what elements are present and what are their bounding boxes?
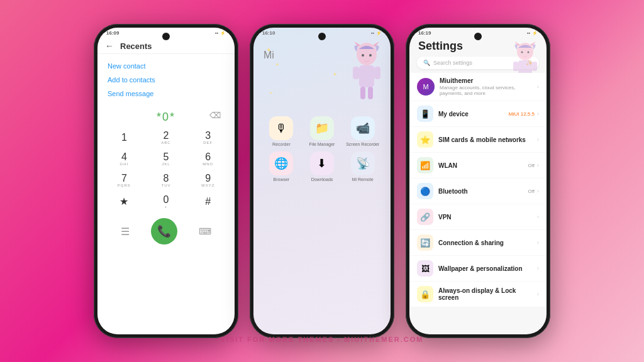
time-2: 16:10 (262, 30, 275, 36)
battery-icon-3: ⚡ (532, 31, 538, 36)
connection-icon: 🔄 (417, 234, 433, 251)
bluetooth-text: Bluetooth (438, 188, 528, 195)
account-sub: Manage accounts, cloud services, payment… (440, 85, 537, 96)
status-icons-3: ▪▪ ⚡ (527, 31, 538, 36)
dial-key-2[interactable]: 2 ABC (146, 128, 187, 148)
device-text: My device (438, 111, 509, 118)
chevron-account: › (537, 84, 539, 90)
dial-key-3[interactable]: 3 DEF (187, 128, 228, 148)
lock-text: Always-on display & Lock screen (438, 287, 537, 301)
chevron-wlan: › (537, 162, 539, 168)
dialpad-toggle[interactable]: ⌨ (199, 226, 211, 236)
app-file-manager[interactable]: 📁 File Manager (304, 116, 340, 146)
phone-home: 16:10 ▪▪ ⚡ ✦ ✦ ✦ ✦ (250, 24, 394, 338)
svg-point-1 (362, 54, 364, 57)
star-decor-1: ✦ (266, 47, 271, 53)
svg-rect-5 (374, 67, 380, 79)
lock-icon: 🔒 (417, 286, 433, 302)
time-3: 16:19 (418, 30, 431, 36)
chevron-vpn: › (537, 214, 539, 220)
settings-item-wallpaper[interactable]: 🖼 Wallpaper & personalization › (409, 256, 547, 281)
signal-icon-2: ▪▪ (371, 31, 374, 35)
add-contact-btn[interactable]: Add to contacts (108, 73, 225, 87)
punch-hole-3 (474, 33, 482, 40)
app-browser[interactable]: 🌐 Browser (264, 151, 299, 182)
wallpaper-text: Wallpaper & personalization (438, 265, 537, 272)
svg-rect-4 (353, 67, 359, 79)
dial-key-9[interactable]: 9 WXYZ (187, 170, 228, 190)
chevron-sim: › (537, 136, 539, 143)
app-mi-remote[interactable]: 📡 Mi Remote (345, 151, 380, 182)
chevron-lock: › (537, 291, 539, 297)
settings-item-device[interactable]: 📱 My device MIUI 12.5.5 › (409, 101, 547, 126)
svg-point-9 (521, 52, 523, 53)
account-text: Miuithemer Manage accounts, cloud servic… (440, 77, 537, 96)
send-message-btn[interactable]: Send message (108, 87, 225, 101)
sim-text: SIM cards & mobile networks (438, 136, 537, 143)
phone-settings: 16:19 ▪▪ ⚡ (406, 24, 550, 338)
lock-title: Always-on display & Lock screen (438, 287, 537, 301)
time-1: 16:09 (106, 30, 119, 36)
mi-remote-icon: 📡 (351, 151, 375, 175)
app-downloads[interactable]: ⬇ Downloads (304, 151, 340, 182)
anime-character-home (347, 41, 387, 104)
star-decor-3: ✦ (333, 72, 337, 77)
svg-rect-13 (532, 62, 537, 71)
screen-recorder-icon: 📹 (351, 116, 375, 140)
wlan-title: WLAN (438, 162, 528, 169)
svg-point-2 (369, 54, 372, 57)
settings-item-sim[interactable]: ⭐ SIM cards & mobile networks › (409, 127, 547, 152)
settings-item-lock[interactable]: 🔒 Always-on display & Lock screen › (409, 282, 547, 307)
dial-key-0[interactable]: 0 + (146, 192, 187, 212)
svg-rect-6 (360, 87, 365, 99)
star-decor-2: ✦ (275, 62, 279, 67)
dial-key-7[interactable]: 7 PQRS (104, 170, 145, 190)
connection-text: Connection & sharing (438, 239, 537, 246)
new-contact-btn[interactable]: New contact (108, 59, 225, 73)
vpn-text: VPN (438, 214, 537, 221)
settings-item-account[interactable]: M Miuithemer Manage accounts, cloud serv… (409, 73, 547, 101)
signal-icon-3: ▪▪ (527, 31, 530, 35)
bluetooth-status: Off (528, 189, 535, 194)
menu-button[interactable]: ☰ (121, 226, 130, 238)
punch-hole (162, 33, 170, 40)
screen-recorder-label: Screen Recorder (346, 142, 379, 146)
settings-item-connection[interactable]: 🔄 Connection & sharing › (409, 230, 547, 255)
account-avatar: M (417, 78, 435, 96)
file-manager-label: File Manager (309, 142, 335, 146)
chevron-wallpaper: › (537, 265, 539, 272)
svg-rect-7 (368, 87, 373, 99)
star-decor-4: ✦ (269, 90, 272, 95)
browser-label: Browser (273, 177, 289, 182)
settings-screen: 16:19 ▪▪ ⚡ (409, 28, 547, 334)
dial-key-6[interactable]: 6 MNO (187, 149, 228, 169)
contact-actions: New contact Add to contacts Send message (97, 54, 235, 106)
app-screen-recorder[interactable]: 📹 Screen Recorder (345, 116, 380, 146)
recents-title: Recents (120, 41, 152, 51)
delete-button[interactable]: ⌫ (209, 111, 222, 120)
dialer-display: *0* ⌫ (97, 106, 235, 126)
dial-key-hash[interactable]: # (187, 192, 228, 212)
search-icon: 🔍 (423, 60, 430, 66)
dial-key-5[interactable]: 5 JKL (146, 149, 187, 169)
svg-point-10 (528, 52, 530, 53)
dialpad: 1 2 ABC 3 DEF 4 GHI 5 JKL 6 MNO (97, 126, 235, 213)
signal-icon: ▪▪ (215, 31, 218, 35)
wlan-status: Off (528, 163, 535, 168)
chevron-device: › (537, 111, 539, 117)
vpn-title: VPN (438, 214, 537, 221)
dial-key-star[interactable]: ★ (104, 192, 145, 212)
call-button[interactable]: 📞 (151, 218, 177, 244)
status-icons-2: ▪▪ ⚡ (371, 31, 382, 36)
settings-item-wlan[interactable]: 📶 WLAN Off › (409, 153, 547, 178)
downloads-label: Downloads (311, 177, 333, 182)
device-badge: MIUI 12.5.5 (509, 111, 535, 117)
device-icon: 📱 (417, 106, 433, 122)
back-button[interactable]: ← (105, 41, 114, 51)
dial-key-8[interactable]: 8 TUV (146, 170, 187, 190)
dial-key-1[interactable]: 1 (104, 128, 145, 148)
settings-item-bluetooth[interactable]: 🔵 Bluetooth Off › (409, 178, 547, 204)
app-recorder[interactable]: 🎙 Recorder (264, 116, 299, 146)
dial-key-4[interactable]: 4 GHI (104, 149, 145, 169)
settings-item-vpn[interactable]: 🔗 VPN › (409, 204, 547, 229)
